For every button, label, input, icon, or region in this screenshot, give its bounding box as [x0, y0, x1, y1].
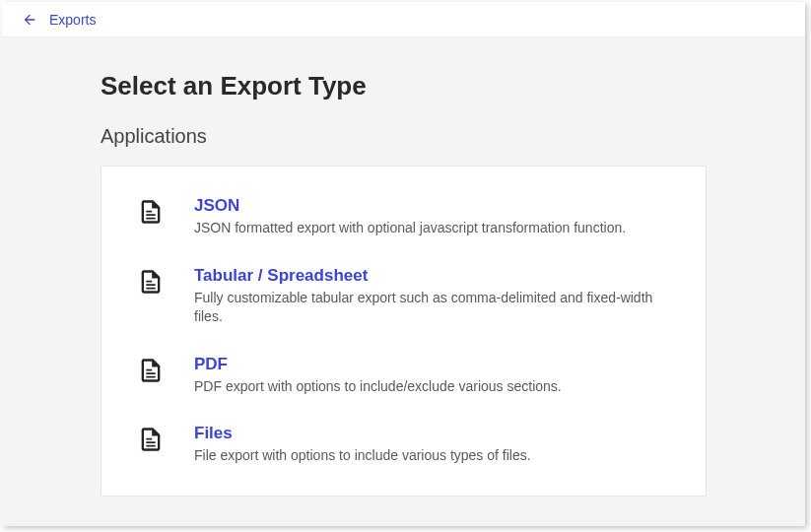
header-bar: Exports [2, 2, 805, 37]
section-heading: Applications [101, 125, 707, 148]
document-icon [137, 268, 165, 296]
option-description: Fully customizable tabular export such a… [194, 289, 670, 327]
option-text: JSON JSON formatted export with optional… [194, 196, 670, 238]
export-option-files[interactable]: Files File export with options to includ… [137, 410, 670, 466]
document-icon [137, 357, 165, 384]
option-title[interactable]: PDF [194, 355, 670, 374]
export-option-pdf[interactable]: PDF PDF export with options to include/e… [137, 341, 670, 411]
export-options-card: JSON JSON formatted export with optional… [101, 166, 707, 497]
option-title[interactable]: JSON [194, 196, 670, 216]
option-title[interactable]: Files [194, 424, 670, 443]
back-link-label: Exports [49, 12, 96, 28]
export-option-tabular[interactable]: Tabular / Spreadsheet Fully customizable… [137, 252, 670, 341]
option-description: JSON formatted export with optional java… [194, 219, 670, 238]
option-text: PDF PDF export with options to include/e… [194, 355, 670, 397]
back-link[interactable]: Exports [22, 12, 96, 28]
export-option-json[interactable]: JSON JSON formatted export with optional… [137, 196, 670, 252]
option-text: Files File export with options to includ… [194, 424, 670, 466]
option-description: PDF export with options to include/exclu… [194, 377, 670, 397]
back-arrow-icon [22, 12, 37, 28]
option-text: Tabular / Spreadsheet Fully customizable… [194, 266, 670, 327]
content-area: Select an Export Type Applications JSON … [2, 37, 805, 526]
option-title[interactable]: Tabular / Spreadsheet [194, 266, 670, 286]
page-title: Select an Export Type [101, 71, 707, 101]
document-icon [137, 426, 165, 453]
document-icon [137, 198, 165, 226]
option-description: File export with options to include vari… [194, 446, 670, 466]
